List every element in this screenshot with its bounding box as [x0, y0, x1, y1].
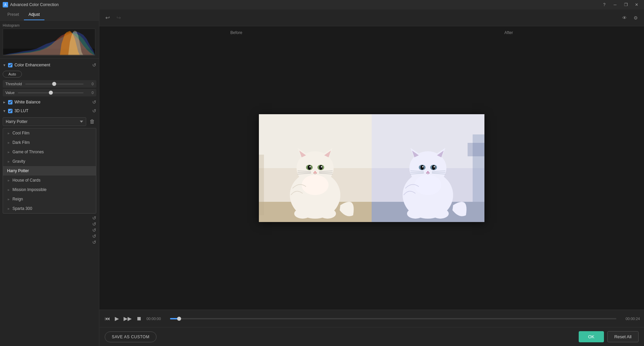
sub-reset-3[interactable]: ↺	[92, 228, 96, 232]
list-item[interactable]: ► Reign	[3, 194, 96, 204]
list-item[interactable]: ► Gravity	[3, 157, 96, 166]
before-after-labels: Before After	[99, 30, 644, 35]
item-label-darkfilm: Dark Film	[12, 140, 30, 145]
color-enhancement-header[interactable]: ▼ Color Enhancement ↺	[3, 61, 96, 69]
list-item[interactable]: ► Dark Film	[3, 138, 96, 147]
lut3d-title: 3D LUT	[14, 108, 28, 113]
play-button[interactable]: ▶	[113, 315, 120, 322]
reset-all-button[interactable]: Reset All	[607, 331, 639, 342]
sub-reset-4[interactable]: ↺	[92, 234, 96, 239]
item-arrow-sparta: ►	[7, 207, 10, 211]
svg-point-51	[407, 209, 424, 219]
timeline-bar[interactable]	[170, 318, 616, 319]
white-balance-checkbox[interactable]	[8, 100, 12, 104]
eye-button[interactable]: 👁	[620, 14, 629, 22]
white-balance-header-left: ► White Balance	[3, 100, 40, 104]
top-toolbar: ↩ ↪ 👁 ⚙	[99, 9, 644, 26]
app-title: Advanced Color Correction	[10, 2, 59, 7]
color-enhancement-checkbox[interactable]	[8, 63, 12, 67]
svg-point-14	[319, 165, 323, 170]
play-forward-button[interactable]: ▶▶	[122, 315, 133, 322]
histogram-svg	[3, 29, 95, 55]
svg-point-40	[432, 165, 435, 170]
skip-back-button[interactable]: ⏮	[103, 315, 111, 322]
save-custom-button[interactable]: SAVE AS CUSTOM	[105, 332, 157, 342]
sub-reset-1[interactable]: ↺	[92, 216, 96, 220]
main-layout: Preset Adjust Histogram	[0, 9, 644, 346]
close-button[interactable]: ✕	[632, 0, 641, 9]
value-label: Value	[5, 91, 14, 95]
threshold-thumb[interactable]	[52, 82, 56, 86]
list-item[interactable]: ► Mission Impossible	[3, 185, 96, 194]
lut-row: Cool Film Dark Film Game of Thrones Grav…	[3, 117, 96, 126]
minimize-button[interactable]: ─	[610, 0, 620, 9]
value-slider[interactable]	[18, 92, 83, 93]
item-arrow-mi: ►	[7, 188, 10, 192]
white-balance-title: White Balance	[14, 100, 40, 104]
settings-button[interactable]: ⚙	[632, 14, 640, 22]
color-enhancement-reset[interactable]: ↺	[92, 63, 96, 67]
restore-button[interactable]: ❐	[621, 0, 631, 9]
undo-button[interactable]: ↩	[103, 13, 112, 22]
current-time: 00:00:00	[146, 317, 167, 321]
threshold-value: 0	[87, 82, 94, 86]
toolbar-left: ↩ ↪	[103, 13, 123, 22]
auto-button[interactable]: Auto	[3, 71, 22, 77]
lut3d-reset[interactable]: ↺	[92, 108, 96, 113]
list-item[interactable]: ► House of Cards	[3, 176, 96, 185]
bottom-right: OK Reset All	[579, 331, 639, 342]
lut3d-header[interactable]: ▼ 3D LUT ↺	[3, 106, 96, 115]
stop-button[interactable]: ⏹	[135, 315, 143, 322]
value-thumb[interactable]	[49, 91, 53, 95]
item-label-reign: Reign	[12, 197, 23, 201]
svg-point-24	[302, 175, 329, 195]
lut-select[interactable]: Cool Film Dark Film Game of Thrones Grav…	[3, 117, 86, 126]
item-arrow-gravity: ►	[7, 160, 10, 163]
tabs: Preset Adjust	[0, 9, 99, 21]
lut3d-chevron: ▼	[3, 109, 6, 113]
lut3d-header-left: ▼ 3D LUT	[3, 108, 28, 113]
color-enhancement-chevron: ▼	[3, 63, 6, 67]
list-item[interactable]: ► Cool Film	[3, 128, 96, 138]
list-item[interactable]: ► Game of Thrones	[3, 147, 96, 157]
threshold-slider[interactable]	[25, 84, 83, 85]
timeline-thumb[interactable]	[177, 317, 181, 321]
item-arrow-got: ►	[7, 150, 10, 154]
histogram-canvas	[3, 29, 95, 56]
preview-after	[372, 114, 484, 222]
tab-preset[interactable]: Preset	[3, 9, 24, 20]
right-panel: ↩ ↪ 👁 ⚙ Before After	[99, 9, 644, 346]
white-balance-header[interactable]: ► White Balance ↺	[3, 98, 96, 106]
item-arrow-reign: ►	[7, 197, 10, 201]
item-label-gravity: Gravity	[12, 159, 25, 164]
tab-adjust[interactable]: Adjust	[24, 9, 44, 20]
color-enhancement-header-left: ▼ Color Enhancement	[3, 63, 50, 67]
list-item-selected[interactable]: Harry Potter	[3, 166, 96, 176]
titlebar-left: A Advanced Color Correction	[3, 2, 59, 7]
redo-button[interactable]: ↪	[114, 13, 123, 22]
item-arrow-darkfilm: ►	[7, 141, 10, 145]
lut-dropdown-list: ► Cool Film ► Dark Film ► Game of Throne…	[3, 128, 96, 214]
svg-rect-27	[259, 155, 264, 215]
item-label-hoc: House of Cards	[12, 178, 40, 183]
svg-point-41	[422, 166, 423, 167]
list-item[interactable]: ► Sparta 300	[3, 204, 96, 213]
threshold-row: Threshold 0	[3, 80, 96, 88]
item-label-harrypotter: Harry Potter	[7, 168, 29, 173]
help-button[interactable]: ?	[600, 0, 609, 9]
sub-reset-2[interactable]: ↺	[92, 222, 96, 226]
item-label-got: Game of Thrones	[12, 150, 44, 154]
preview-images	[259, 114, 484, 222]
svg-point-15	[309, 166, 311, 167]
lut3d-checkbox[interactable]	[8, 109, 12, 113]
ok-button[interactable]: OK	[579, 331, 604, 342]
lut-delete-button[interactable]: 🗑	[88, 118, 96, 125]
svg-point-16	[321, 166, 322, 167]
sub-reset-5[interactable]: ↺	[92, 240, 96, 245]
app-icon: A	[3, 2, 8, 7]
titlebar-controls: ? ─ ❐ ✕	[600, 0, 641, 9]
cat-before-svg	[259, 114, 372, 222]
preview-before	[259, 114, 372, 222]
svg-rect-54	[468, 143, 484, 156]
white-balance-reset[interactable]: ↺	[92, 100, 96, 104]
